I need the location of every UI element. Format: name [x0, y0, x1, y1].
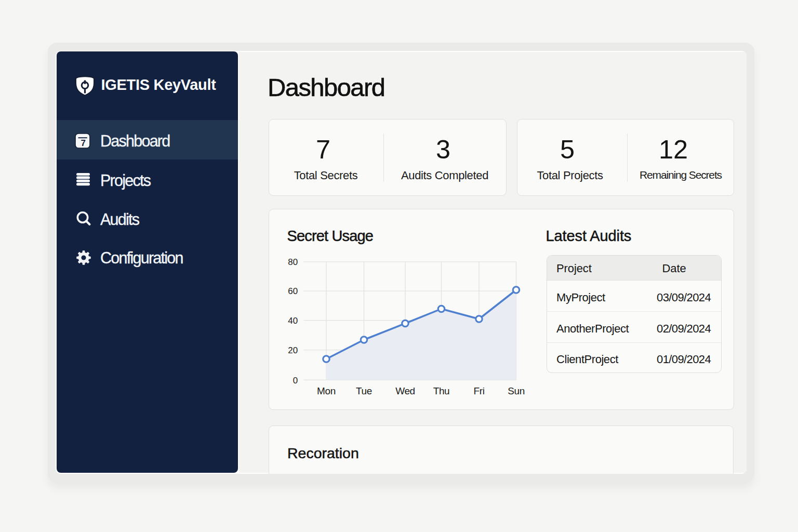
svg-text:0: 0: [292, 375, 297, 385]
svg-text:Tue: Tue: [356, 385, 372, 396]
svg-text:Sun: Sun: [508, 385, 525, 396]
svg-text:80: 80: [288, 257, 298, 267]
svg-text:Wed: Wed: [395, 385, 415, 396]
svg-text:40: 40: [288, 315, 298, 325]
svg-text:Mon: Mon: [317, 385, 336, 396]
svg-text:20: 20: [288, 345, 298, 355]
svg-text:7: 7: [81, 138, 85, 148]
svg-text:Fri: Fri: [473, 385, 484, 396]
svg-text:Thu: Thu: [433, 385, 449, 396]
svg-text:60: 60: [288, 286, 298, 296]
